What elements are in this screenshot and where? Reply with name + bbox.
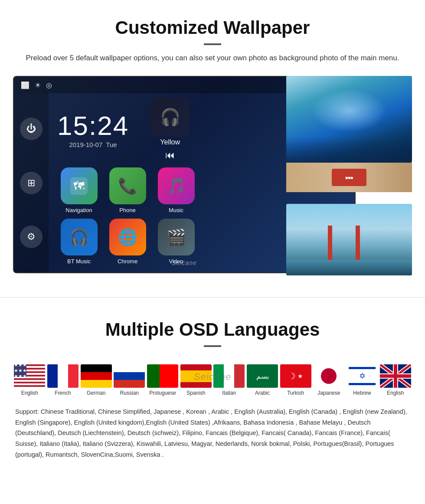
chrome-label: Chrome (118, 258, 137, 265)
spain-red1 (180, 364, 212, 370)
france-red (68, 364, 78, 388)
flag-label-italian: Italian (222, 390, 236, 396)
germany-black (81, 364, 112, 372)
languages-divider (204, 345, 221, 347)
usa-canton: ★★★★★★★★★ (14, 364, 26, 377)
location-icon: ◎ (46, 81, 52, 89)
israel-bg: ✡ (347, 364, 378, 388)
flag-item-russian: Russian (113, 364, 146, 396)
page-divider (0, 297, 425, 298)
flag-spain (180, 364, 212, 388)
flag-item-hebrew: ✡ Hebrew (346, 364, 379, 396)
time-display: 15:24 (57, 110, 129, 141)
wallpaper-section: Customized Wallpaper Preload over 5 defa… (0, 0, 425, 288)
settings-strip: ■■■ (286, 163, 412, 192)
chrome-icon: 🌐 (109, 219, 146, 255)
italy-white (224, 364, 234, 388)
flag-label-spanish: Spanish (186, 390, 205, 396)
screen-sidebar: ⏻ ⊞ ⚙ (14, 93, 49, 272)
time-block: 15:24 2019-10-07 Tue (57, 110, 129, 148)
video-icon: 🎬 (158, 219, 195, 255)
app-chrome[interactable]: 🌐 Chrome (106, 219, 149, 265)
japan-bg (313, 364, 344, 388)
bridge-wallpaper-thumb (286, 204, 412, 275)
japan-circle (321, 368, 337, 384)
spain-yellow (180, 370, 212, 382)
flag-germany (81, 364, 112, 388)
france-blue (47, 364, 58, 388)
phone-icon: 📞 (109, 167, 146, 204)
brightness-icon: ☀ (35, 81, 41, 89)
uk-flag-svg (380, 364, 411, 388)
app-btmusic[interactable]: 🎧 BT Music (57, 219, 101, 265)
prev-btn[interactable]: ⏮ (150, 150, 190, 161)
grid-btn[interactable]: ⊞ (20, 172, 42, 194)
flag-turkey: ☽ ★ (280, 364, 311, 388)
date-display: 2019-10-07 Tue (57, 141, 129, 148)
flag-france (47, 364, 78, 388)
app-music[interactable]: 🎵 Music (154, 167, 198, 213)
flag-item-italian: Italian (212, 364, 246, 396)
flag-item-uk-english: English (379, 364, 412, 396)
flag-russia (114, 364, 145, 388)
flag-label-hebrew: Hebrew (353, 390, 371, 396)
flag-label-portuguese: Protuguese (149, 390, 176, 396)
italy-green (213, 364, 224, 388)
flags-wrapper: ★★★★★★★★★ English French (13, 354, 412, 399)
navigation-label: Navigation (65, 207, 92, 213)
ice-wallpaper-thumb (286, 76, 412, 163)
power-btn[interactable]: ⏻ (20, 118, 42, 140)
title-divider (204, 43, 221, 45)
app-video[interactable]: 🎬 Video (154, 219, 198, 265)
flag-uk (380, 364, 411, 388)
status-left: ⬜ ☀ ◎ (21, 81, 52, 89)
flag-saudi: بسم (247, 364, 278, 388)
flags-container: ★★★★★★★★★ English French (13, 364, 412, 396)
support-text: Support: Chinese Traditional, Chinese Si… (13, 406, 412, 460)
portugal-red (160, 364, 178, 388)
wallpaper-title: Customized Wallpaper (13, 17, 412, 38)
video-label: Video (169, 258, 183, 265)
flag-portugal (147, 364, 178, 388)
app-phone[interactable]: 📞 Phone (106, 167, 149, 213)
music-block: 🎧 Yellow ⏮ (150, 98, 190, 161)
spain-red2 (180, 382, 212, 388)
btmusic-label: BT Music (67, 258, 91, 265)
music-widget: 🎧 (150, 98, 190, 137)
star-of-david: ✡ (359, 371, 366, 381)
russia-blue (114, 372, 145, 380)
settings-btn[interactable]: ⚙ (20, 226, 42, 248)
turkey-bg: ☽ ★ (280, 364, 311, 388)
languages-title: Multiple OSD Languages (13, 319, 412, 340)
flag-japan (313, 364, 344, 388)
music-title: Yellow (150, 138, 190, 146)
flag-item-spanish: Spanish (179, 364, 212, 396)
flag-item-french: French (46, 364, 80, 396)
portugal-green (147, 364, 160, 388)
italy-red (234, 364, 245, 388)
home-icon: ⬜ (21, 81, 29, 89)
svg-text:🗺: 🗺 (73, 180, 85, 193)
flag-item-arabic: بسم Arabic (246, 364, 279, 396)
flag-item-portuguese: Protuguese (146, 364, 180, 396)
flag-label-russian: Russian (120, 390, 139, 396)
israel-stripe-bottom (349, 383, 375, 385)
flag-label-english: English (21, 390, 38, 396)
phone-label: Phone (119, 207, 136, 213)
france-white (58, 364, 68, 388)
russia-white (114, 364, 145, 372)
flag-label-uk-english: English (387, 390, 404, 396)
bridge-wallpaper-bg (286, 204, 412, 275)
wallpaper-description: Preload over 5 default wallpaper options… (17, 52, 408, 64)
music-icon: 🎵 (158, 167, 195, 204)
flag-label-arabic: Arabic (255, 390, 270, 396)
app-navigation[interactable]: 🗺 Navigation (57, 167, 101, 213)
flag-item-turkish: ☽ ★ Turkish (279, 364, 312, 396)
screenshot-composite: ⬜ ☀ ◎ 1:59 ▣ ↩ ⏻ ⊞ ⚙ (13, 76, 412, 275)
germany-gold (81, 380, 112, 388)
israel-stripe-top (349, 367, 375, 369)
flag-italy (213, 364, 245, 388)
russia-red (114, 380, 145, 388)
flag-item-japanese: Japanese (312, 364, 346, 396)
flag-item-german: German (79, 364, 113, 396)
